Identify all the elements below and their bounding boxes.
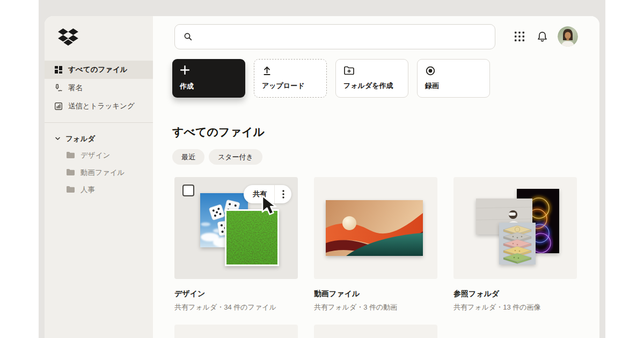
folder-card-title[interactable]: 動画ファイル <box>314 289 437 299</box>
main-content: 作成 アップロード <box>153 16 599 338</box>
notifications-bell-icon[interactable] <box>535 30 549 43</box>
folder-item-label: 人事 <box>80 185 95 195</box>
search-input[interactable] <box>198 33 495 41</box>
folder-card-subtitle: 共有フォルダ・34 件のファイル <box>174 303 298 312</box>
record-button[interactable]: 録画 <box>417 59 490 98</box>
plus-icon <box>180 65 190 75</box>
record-button-label: 録画 <box>425 81 439 91</box>
isometric-layers-image <box>499 223 536 264</box>
sidebar-item-all-files[interactable]: すべてのファイル <box>45 61 153 79</box>
create-folder-button[interactable]: フォルダを作成 <box>335 59 408 98</box>
search-icon <box>184 32 193 41</box>
sidebar-folder-videos[interactable]: 動画ファイル <box>45 164 153 181</box>
next-row-cards <box>174 325 437 338</box>
sidebar-item-signatures[interactable]: 署名 <box>45 79 153 97</box>
upload-icon <box>262 65 272 76</box>
all-files-icon <box>54 65 63 75</box>
folder-card-title[interactable]: デザイン <box>174 289 298 299</box>
create-button[interactable]: 作成 <box>172 59 245 98</box>
folder-card-thumb[interactable] <box>314 177 437 279</box>
search-bar[interactable] <box>174 24 495 49</box>
sidebar-item-send-tracking[interactable]: 送信とトラッキング <box>45 97 153 115</box>
sidebar-item-label: 送信とトラッキング <box>68 101 135 111</box>
action-buttons: 作成 アップロード <box>172 59 490 98</box>
record-icon <box>425 65 436 76</box>
sidebar-divider <box>45 122 153 123</box>
folder-card-partial[interactable] <box>314 325 437 338</box>
filter-chip-recent[interactable]: 最近 <box>172 149 204 165</box>
folder-card-thumb[interactable]: 共有 <box>174 177 298 279</box>
folder-card-reference: 参照フォルダ 共有フォルダ・13 件の画像 <box>453 177 577 312</box>
folder-plus-icon <box>343 65 355 76</box>
create-folder-button-label: フォルダを作成 <box>343 81 393 91</box>
folder-card-title[interactable]: 参照フォルダ <box>453 289 577 299</box>
header-icons <box>513 24 578 49</box>
sidebar-item-label: 署名 <box>68 83 83 93</box>
sidebar-item-label: すべてのファイル <box>68 65 128 75</box>
filter-chip-starred[interactable]: スター付き <box>209 149 262 165</box>
folder-card-partial[interactable] <box>174 325 298 338</box>
folder-card-subtitle: 共有フォルダ・3 件の動画 <box>314 303 437 312</box>
folder-icon <box>66 168 75 178</box>
sidebar: すべてのファイル 署名 <box>45 16 153 338</box>
create-button-label: 作成 <box>180 82 194 91</box>
sidebar-folder-design[interactable]: デザイン <box>45 147 153 164</box>
folder-card-subtitle: 共有フォルダ・13 件の画像 <box>453 303 577 312</box>
upload-button[interactable]: アップロード <box>254 59 327 98</box>
folder-icon <box>66 186 75 195</box>
sidebar-folder-hr[interactable]: 人事 <box>45 181 153 199</box>
signature-icon <box>54 84 63 93</box>
folder-cards: 共有 デザイン <box>174 177 577 312</box>
filter-chips: 最近 スター付き <box>172 149 262 165</box>
folder-card-design: 共有 デザイン <box>174 177 298 312</box>
send-tracking-icon <box>54 102 63 111</box>
sidebar-nav: すべてのファイル 署名 <box>45 61 153 115</box>
apps-grid-icon[interactable] <box>513 30 526 43</box>
mouse-cursor-icon <box>260 195 279 221</box>
upload-button-label: アップロード <box>262 81 305 91</box>
folder-icon <box>66 151 75 160</box>
page-title: すべてのファイル <box>172 124 265 139</box>
dropbox-logo-icon[interactable] <box>58 28 153 49</box>
folders-section-label: フォルダ <box>65 134 95 144</box>
folder-item-label: 動画ファイル <box>80 168 125 178</box>
folder-card-videos: 動画ファイル 共有フォルダ・3 件の動画 <box>314 177 437 312</box>
user-avatar[interactable] <box>558 26 578 47</box>
sidebar-folders-header[interactable]: フォルダ <box>45 131 153 147</box>
folder-item-label: デザイン <box>80 151 110 160</box>
abstract-waves-image <box>326 200 423 256</box>
folder-card-thumb[interactable] <box>453 177 577 279</box>
select-checkbox[interactable] <box>182 185 194 196</box>
dropbox-app-window: すべてのファイル 署名 <box>45 16 599 338</box>
chevron-down-icon <box>55 135 61 143</box>
